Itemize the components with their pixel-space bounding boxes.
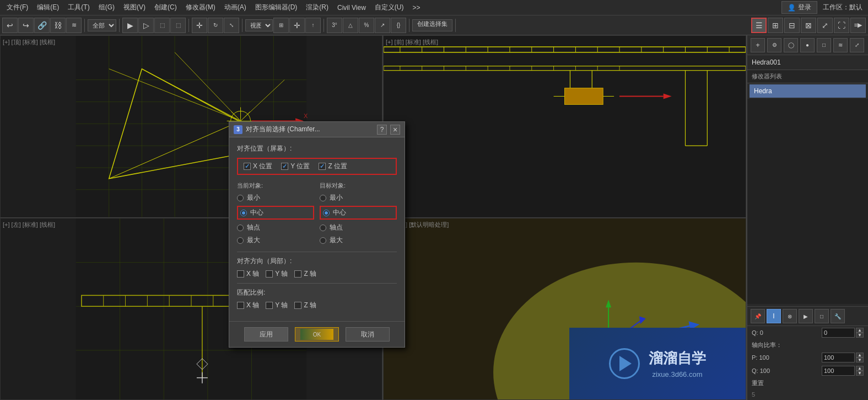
target-pivot-item[interactable]: 轴点 <box>320 223 397 232</box>
cb-z-box[interactable]: ✓ <box>319 163 326 170</box>
axis-y-dir[interactable]: Y 轴 <box>266 269 288 279</box>
cb-z-position[interactable]: ✓ Z 位置 <box>319 162 347 171</box>
target-center-item[interactable]: 中心 <box>320 206 397 220</box>
menu-more[interactable]: >> <box>408 3 424 13</box>
toolbar-list-view-btn[interactable]: ☰ <box>751 18 767 33</box>
param-p-up[interactable]: ▲ <box>856 353 864 358</box>
menu-edit[interactable]: 编辑(E) <box>33 2 63 13</box>
current-center-radio[interactable] <box>240 210 247 216</box>
snap-pct-btn[interactable]: % <box>359 18 374 33</box>
current-max-item[interactable]: 最大 <box>237 236 314 245</box>
view-dropdown[interactable]: 视图 <box>245 19 273 31</box>
link-button[interactable]: 🔗 <box>34 18 50 33</box>
rp-util-btn[interactable]: 🔧 <box>831 309 845 323</box>
axis-y-dir-cb[interactable] <box>266 270 273 278</box>
select-box-button[interactable]: ⬚ <box>154 18 170 33</box>
target-min-radio[interactable] <box>320 195 326 201</box>
menu-custom[interactable]: 自定义(U) <box>370 2 408 13</box>
scale-z-cb[interactable] <box>294 302 301 309</box>
scale-y[interactable]: Y 轴 <box>266 301 288 310</box>
create-selection-button[interactable]: 创建选择集 <box>412 19 452 31</box>
axis-z-dir[interactable]: Z 轴 <box>294 269 316 279</box>
current-pivot-item[interactable]: 轴点 <box>237 223 314 232</box>
axis-x-dir[interactable]: X 轴 <box>237 269 259 279</box>
dialog-apply-button[interactable]: 应用 <box>244 327 288 342</box>
menu-create[interactable]: 创建(C) <box>150 2 181 13</box>
menu-modifier[interactable]: 修改器(M) <box>181 2 220 13</box>
menu-view[interactable]: 视图(V) <box>119 2 150 13</box>
cb-y-box[interactable]: ✓ <box>281 163 288 170</box>
select-region-button[interactable]: ▷ <box>138 18 154 33</box>
undo-button[interactable]: ↩ <box>2 18 18 33</box>
coord-button[interactable]: ⊞ <box>273 18 289 33</box>
select-all-dropdown[interactable]: 全部 <box>88 19 116 31</box>
menu-graph-editor[interactable]: 图形编辑器(D) <box>251 2 302 13</box>
rp-shape-btn[interactable]: ⚙ <box>767 38 781 52</box>
rp-pin-btn[interactable]: 📌 <box>751 309 765 323</box>
param-extra-up[interactable]: ▲ <box>856 366 864 371</box>
menu-civil-view[interactable]: Civil View <box>333 3 370 13</box>
param-p-down[interactable]: ▼ <box>856 358 864 362</box>
select-lasso-button[interactable]: ⬚ <box>170 18 186 33</box>
snap-button[interactable]: ↑ <box>305 18 321 33</box>
target-pivot-radio[interactable] <box>320 225 326 231</box>
toolbar-table-btn[interactable]: ⊟ <box>784 18 800 33</box>
rp-last-btn[interactable]: ⤢ <box>850 38 864 52</box>
rp-motion-btn[interactable]: ▶ <box>799 309 813 323</box>
current-max-radio[interactable] <box>237 237 244 244</box>
current-pivot-radio[interactable] <box>237 225 244 231</box>
menu-group[interactable]: 组(G) <box>94 2 119 13</box>
percent-snap-btn[interactable]: △ <box>343 18 358 33</box>
toolbar-grid-btn[interactable]: ⊞ <box>768 18 783 33</box>
axis-x-dir-cb[interactable] <box>237 270 244 278</box>
scale-button[interactable]: ⤡ <box>224 18 239 33</box>
select-object-button[interactable]: ▶ <box>122 18 138 33</box>
scale-z[interactable]: Z 轴 <box>294 301 316 310</box>
rp-cam-btn[interactable]: ● <box>800 38 815 52</box>
cb-y-position[interactable]: ✓ Y 位置 <box>281 162 310 171</box>
angle-snap-btn[interactable]: 3° <box>327 18 342 33</box>
current-min-radio[interactable] <box>237 195 244 201</box>
rp-modifier-tab-btn[interactable]: I <box>767 309 781 323</box>
rp-create-btn[interactable]: + <box>751 38 765 52</box>
redo-button[interactable]: ↪ <box>18 18 34 33</box>
login-button[interactable]: 👤 登录 <box>781 1 817 14</box>
current-min-item[interactable]: 最小 <box>237 193 314 202</box>
scale-x[interactable]: X 轴 <box>237 301 259 310</box>
menu-tools[interactable]: 工具(T) <box>63 2 94 13</box>
axis-z-dir-cb[interactable] <box>294 270 301 278</box>
snap-curve-btn[interactable]: ↗ <box>375 18 390 33</box>
menu-animation[interactable]: 动画(A) <box>220 2 251 13</box>
target-center-radio[interactable] <box>323 210 330 216</box>
axis-button[interactable]: ✛ <box>289 18 305 33</box>
toolbar-panel-btn[interactable]: ⊠ <box>801 18 816 33</box>
cb-x-box[interactable]: ✓ <box>244 163 251 170</box>
param-q-down[interactable]: ▼ <box>856 333 864 338</box>
param-extra-down[interactable]: ▼ <box>856 371 864 376</box>
rp-helper-btn[interactable]: □ <box>817 38 831 52</box>
viewport-top-middle[interactable]: [+] [前] [标准] [线框] <box>383 35 746 218</box>
param-q-up[interactable]: ▲ <box>856 328 864 333</box>
toolbar-fullscreen-btn[interactable]: ⛶ <box>834 18 849 33</box>
dialog-titlebar[interactable]: 3 对齐当前选择 (Chamfer... ? × <box>229 122 405 137</box>
target-min-item[interactable]: 最小 <box>320 193 397 202</box>
snap-more-btn[interactable]: {} <box>391 18 406 33</box>
param-p-input[interactable] <box>822 353 855 362</box>
param-extra-input[interactable] <box>822 366 855 376</box>
unlink-button[interactable]: ⛓ <box>50 18 66 33</box>
target-max-item[interactable]: 最大 <box>320 236 397 245</box>
move-button[interactable]: ✛ <box>192 18 207 33</box>
param-q-input[interactable] <box>822 328 855 338</box>
viewport-bottom-middle[interactable]: [户定义] [默认明暗处理] <box>383 218 746 401</box>
cb-x-position[interactable]: ✓ X 位置 <box>244 162 272 171</box>
target-max-radio[interactable] <box>320 237 326 244</box>
menu-file[interactable]: 文件(F) <box>2 2 33 13</box>
menu-render[interactable]: 渲染(R) <box>301 2 333 13</box>
scale-x-cb[interactable] <box>237 302 244 309</box>
dialog-help-button[interactable]: ? <box>377 125 387 135</box>
rp-light-btn[interactable]: ◯ <box>784 38 798 52</box>
scale-y-cb[interactable] <box>266 302 273 309</box>
current-center-item[interactable]: 中心 <box>237 206 314 220</box>
rp-space-btn[interactable]: ≋ <box>833 38 848 52</box>
dialog-close-button[interactable]: × <box>390 125 400 135</box>
